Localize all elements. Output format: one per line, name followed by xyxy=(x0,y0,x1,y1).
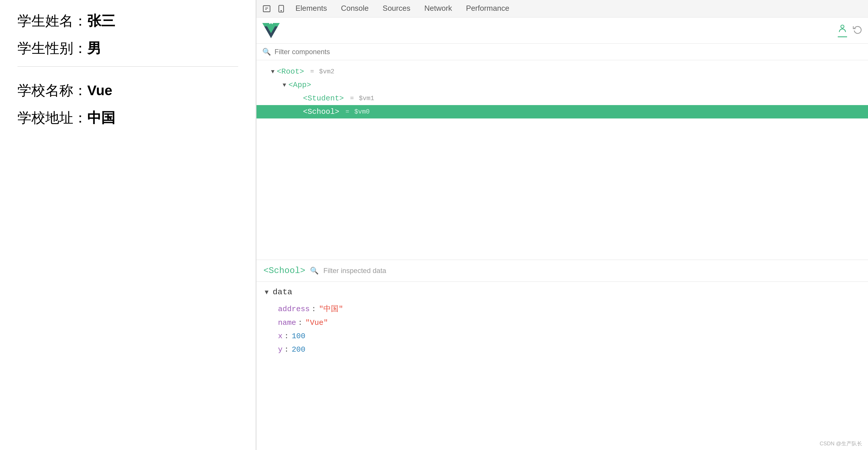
tree-eq-student: = xyxy=(346,95,353,102)
filter-search-icon: 🔍 xyxy=(262,48,271,56)
inspect-header: <School> 🔍 Filter inspected data xyxy=(256,260,868,282)
data-value-name: "Vue" xyxy=(305,318,328,327)
tab-performance[interactable]: Performance xyxy=(459,0,517,18)
data-key-name: name xyxy=(278,318,296,327)
tree-vm-student: $vm1 xyxy=(355,95,374,102)
school-name-line: 学校名称：Vue xyxy=(18,81,238,100)
vue-devtools-header-icons xyxy=(838,24,862,37)
data-row-x: x : 100 xyxy=(264,330,861,343)
data-row-address: address : "中国" xyxy=(264,301,861,316)
data-value-address: "中国" xyxy=(319,304,343,314)
student-name-value: 张三 xyxy=(87,13,115,29)
tree-vm-school: $vm0 xyxy=(350,108,370,116)
svg-rect-0 xyxy=(263,5,270,12)
component-inspector-icon[interactable] xyxy=(838,24,847,37)
tab-network[interactable]: Network xyxy=(417,0,459,18)
student-gender-value: 男 xyxy=(87,40,101,56)
data-section-arrow: ▼ xyxy=(264,288,270,296)
tab-sources[interactable]: Sources xyxy=(376,0,417,18)
left-panel: 学生姓名：张三 学生性别：男 学校名称：Vue 学校地址：中国 xyxy=(0,0,256,450)
data-colon-name: : xyxy=(298,318,303,327)
tree-tag-school: <School> xyxy=(303,107,339,116)
right-panel: Elements Console Sources Network Perform… xyxy=(256,0,868,450)
tree-eq-root: = xyxy=(307,68,314,75)
student-gender-line: 学生性别：男 xyxy=(18,39,238,58)
component-tree: ▼ <Root> = $vm2 ▼ <App> ▶ <Student> = $v… xyxy=(256,60,868,260)
tree-arrow-app: ▼ xyxy=(283,82,286,88)
data-section-label: data xyxy=(273,288,292,297)
devtools-tab-bar: Elements Console Sources Network Perform… xyxy=(256,0,868,18)
tree-arrow-root: ▼ xyxy=(271,68,275,75)
student-name-line: 学生姓名：张三 xyxy=(18,12,238,30)
device-icon-btn[interactable] xyxy=(274,1,288,16)
inspector-icon-btn[interactable] xyxy=(259,1,274,16)
school-name-value: Vue xyxy=(87,83,112,98)
data-colon-y: : xyxy=(284,345,289,354)
vue-logo-icon xyxy=(262,22,280,39)
filter-components-input[interactable] xyxy=(275,48,862,56)
tab-elements[interactable]: Elements xyxy=(288,0,334,18)
data-value-x: 100 xyxy=(292,332,305,341)
data-key-address: address xyxy=(278,305,310,313)
student-name-label: 学生姓名： xyxy=(18,13,87,29)
data-key-y: y xyxy=(278,345,283,354)
data-key-x: x xyxy=(278,332,283,341)
tree-tag-app: <App> xyxy=(288,81,311,89)
divider xyxy=(18,66,238,67)
inspect-panel: <School> 🔍 Filter inspected data ▼ data … xyxy=(256,260,868,450)
vue-devtools-panel: 🔍 ▼ <Root> = $vm2 ▼ <App> ▶ <Student> = xyxy=(256,18,868,450)
tree-item-app[interactable]: ▼ <App> xyxy=(256,78,868,92)
tree-item-student[interactable]: ▶ <Student> = $vm1 xyxy=(256,92,868,105)
svg-point-3 xyxy=(841,25,844,28)
vuex-icon[interactable] xyxy=(853,25,862,36)
inspect-filter-text: Filter inspected data xyxy=(323,266,386,275)
school-address-value: 中国 xyxy=(87,110,115,125)
data-colon-address: : xyxy=(311,305,316,313)
data-value-y: 200 xyxy=(292,345,305,354)
inspect-filter-icon: 🔍 xyxy=(310,266,319,275)
footer-watermark: CSDN @生产队长 xyxy=(820,440,862,447)
tree-eq-school: = xyxy=(342,108,349,116)
vue-devtools-header xyxy=(256,18,868,44)
inspect-title: <School> xyxy=(264,266,305,276)
school-address-label: 学校地址： xyxy=(18,110,87,125)
tree-tag-root: <Root> xyxy=(277,67,304,76)
svg-point-2 xyxy=(281,10,281,11)
data-section: ▼ data address : "中国" name : "Vue" xyxy=(264,288,861,356)
tree-item-school[interactable]: ▶ <School> = $vm0 xyxy=(256,105,868,118)
student-gender-label: 学生性别： xyxy=(18,40,87,56)
data-row-name: name : "Vue" xyxy=(264,316,861,330)
filter-bar: 🔍 xyxy=(256,44,868,60)
tree-item-root[interactable]: ▼ <Root> = $vm2 xyxy=(256,65,868,78)
data-colon-x: : xyxy=(284,332,289,341)
school-name-label: 学校名称： xyxy=(18,83,87,98)
data-row-y: y : 200 xyxy=(264,343,861,356)
school-address-line: 学校地址：中国 xyxy=(18,109,238,127)
tab-console[interactable]: Console xyxy=(334,0,375,18)
tree-vm-root: $vm2 xyxy=(315,68,334,75)
tree-tag-student: <Student> xyxy=(303,94,344,103)
inspect-body: ▼ data address : "中国" name : "Vue" xyxy=(256,282,868,368)
data-section-header: ▼ data xyxy=(264,288,861,297)
